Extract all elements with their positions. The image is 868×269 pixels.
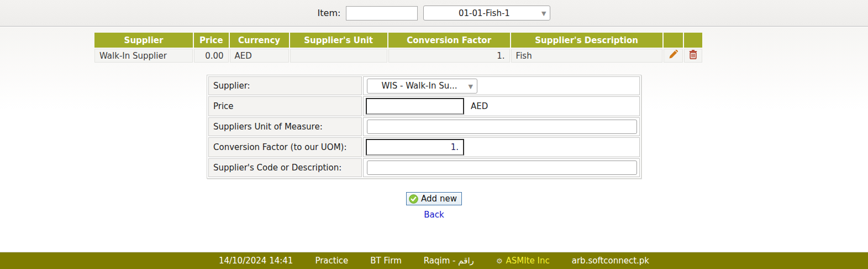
cell-supplier: Walk-In Supplier <box>94 49 193 63</box>
trash-icon <box>689 51 697 61</box>
form-row-supplier: Supplier: WIS - Walk-In Su... ▼ <box>208 76 640 95</box>
footer-environment: Practice <box>315 256 348 266</box>
cell-conversion-factor: 1. <box>388 49 510 63</box>
price-label: Price <box>208 96 362 116</box>
chevron-down-icon: ▼ <box>541 10 546 17</box>
unit-of-measure-input[interactable] <box>367 120 637 134</box>
footer-firm: BT Firm <box>370 256 401 266</box>
code-description-label: Supplier's Code or Description: <box>208 158 362 177</box>
chevron-down-icon: ▼ <box>469 83 473 90</box>
conversion-factor-input[interactable] <box>366 139 464 156</box>
col-header-suppliers-unit: Supplier's Unit <box>290 33 387 48</box>
price-input[interactable] <box>366 98 464 115</box>
col-header-supplier: Supplier <box>94 33 193 48</box>
cell-suppliers-description: Fish <box>511 49 662 63</box>
cell-price: 0.00 <box>194 49 229 63</box>
form-row-conversion: Conversion Factor (to our UOM): <box>208 137 640 157</box>
price-currency-label: AED <box>471 101 488 111</box>
add-new-label: Add new <box>421 194 457 204</box>
item-label: Item: <box>318 8 341 18</box>
form-row-description: Supplier's Code or Description: <box>208 158 640 177</box>
supplier-form: Supplier: WIS - Walk-In Su... ▼ Price AE… <box>207 75 641 179</box>
edit-row-button[interactable] <box>664 49 683 63</box>
back-link[interactable]: Back <box>0 210 868 220</box>
top-bar: Item: 01-01-Fish-1 ▼ <box>0 0 868 27</box>
code-description-input[interactable] <box>367 161 637 175</box>
supplier-select[interactable]: WIS - Walk-In Su... ▼ <box>367 79 477 94</box>
col-header-delete <box>684 33 702 48</box>
table-header-row: Supplier Price Currency Supplier's Unit … <box>94 33 702 48</box>
footer-user: Raqim - راقم <box>424 256 474 266</box>
footer-company: ⚙ ASMIte Inc <box>496 256 550 266</box>
delete-row-button[interactable] <box>684 49 702 63</box>
supplier-select-value: WIS - Walk-In Su... <box>367 81 477 91</box>
unit-of-measure-label: Suppliers Unit of Measure: <box>208 117 362 136</box>
footer-datetime: 14/10/2024 14:41 <box>219 256 293 266</box>
add-new-button[interactable]: Add new <box>406 192 462 205</box>
table-row: Walk-In Supplier 0.00 AED 1. Fish <box>94 49 702 63</box>
col-header-price: Price <box>194 33 229 48</box>
footer-domain: arb.softconnect.pk <box>572 256 649 266</box>
form-row-unit: Suppliers Unit of Measure: <box>208 117 640 136</box>
gear-icon: ⚙ <box>496 257 503 265</box>
col-header-edit <box>664 33 683 48</box>
item-select[interactable]: 01-01-Fish-1 ▼ <box>423 6 550 20</box>
form-row-price: Price AED <box>208 96 640 116</box>
cell-currency: AED <box>230 49 289 63</box>
col-header-currency: Currency <box>230 33 289 48</box>
footer-bar: 14/10/2024 14:41 Practice BT Firm Raqim … <box>0 252 868 269</box>
conversion-factor-label: Conversion Factor (to our UOM): <box>208 137 362 157</box>
supplier-label: Supplier: <box>208 76 362 95</box>
check-circle-icon <box>409 194 418 204</box>
item-select-value: 01-01-Fish-1 <box>424 8 550 18</box>
pencil-icon <box>669 51 678 61</box>
col-header-conversion-factor: Conversion Factor <box>388 33 510 48</box>
page: Item: 01-01-Fish-1 ▼ Supplier Price Curr… <box>0 0 868 269</box>
item-search-input[interactable] <box>346 6 418 20</box>
col-header-suppliers-description: Supplier's Description <box>511 33 662 48</box>
actions-area: Add new Back <box>0 192 868 220</box>
suppliers-table: Supplier Price Currency Supplier's Unit … <box>93 32 703 64</box>
cell-suppliers-unit <box>290 49 387 63</box>
footer-company-name: ASMIte Inc <box>506 256 550 266</box>
